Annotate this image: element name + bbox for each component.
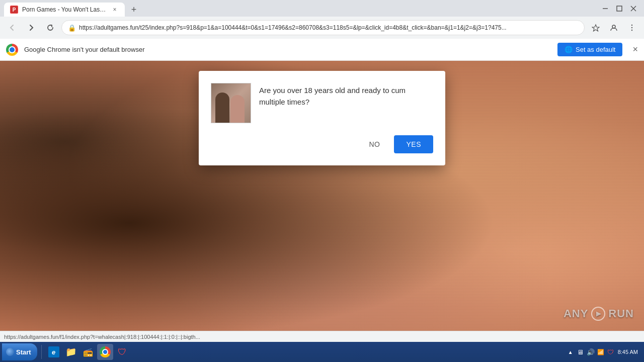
svg-rect-3 [617, 6, 622, 11]
new-tab-button[interactable]: + [127, 3, 141, 17]
folder-icon: 📁 [65, 346, 76, 357]
ie-icon: e [48, 346, 59, 357]
no-button[interactable]: NO [361, 136, 388, 152]
anyrun-watermark: ANY ▶ RUN [564, 307, 634, 321]
bookmark-button[interactable] [588, 20, 604, 36]
tab-area: P Porn Games - You Won't Last 3 Minu... … [4, 0, 593, 17]
taskbar-icons: e 📁 📻 🛡 [46, 344, 130, 360]
title-bar: P Porn Games - You Won't Last 3 Minu... … [0, 0, 644, 17]
system-tray: ▲ 🖥 🔊 📶 🛡 [567, 348, 615, 356]
watermark-run-text: RUN [608, 307, 634, 320]
status-bar: https://adultgames.fun/f1/index.php?t=wh… [0, 331, 644, 342]
secure-lock-icon: 🔒 [68, 24, 76, 32]
close-button[interactable] [627, 2, 640, 15]
browser-frame: P Porn Games - You Won't Last 3 Minu... … [0, 0, 644, 362]
start-label: Start [16, 348, 31, 356]
taskbar-separator [41, 345, 42, 359]
url-text: https://adultgames.fun/t25/index.php?s=9… [79, 24, 578, 31]
dialog-question-text: Are you over 18 years old and ready to c… [259, 83, 433, 108]
tray-avast-icon[interactable]: 🛡 [607, 348, 615, 356]
forward-button[interactable] [23, 20, 39, 36]
profile-button[interactable] [606, 20, 622, 36]
tab-title: Porn Games - You Won't Last 3 Minu... [22, 6, 107, 13]
taskbar-time-display: 8:45 AM [618, 348, 638, 355]
minimize-button[interactable] [599, 2, 612, 15]
maximize-button[interactable] [613, 2, 626, 15]
page-content: Are you over 18 years old and ready to c… [0, 61, 644, 331]
svg-point-9 [631, 27, 632, 28]
svg-point-8 [631, 25, 632, 26]
taskbar-chrome-button[interactable] [97, 344, 113, 360]
taskbar-shield-button[interactable]: 🛡 [114, 344, 130, 360]
nav-right-buttons [588, 20, 640, 36]
info-bar-close-button[interactable]: × [632, 44, 638, 55]
window-controls [599, 2, 640, 15]
set-as-default-button[interactable]: 🌐 Set as default [557, 43, 623, 56]
tray-network-icon[interactable]: 🖥 [577, 348, 585, 356]
start-button[interactable]: Start [2, 343, 37, 360]
svg-marker-6 [592, 25, 599, 31]
svg-text:P: P [13, 7, 16, 13]
dialog-thumbnail [211, 83, 251, 123]
info-bar-message: Google Chrome isn't your default browser [24, 46, 551, 53]
taskbar-folder-button[interactable]: 📁 [63, 344, 79, 360]
dialog-top: Are you over 18 years old and ready to c… [211, 83, 433, 123]
dialog-backdrop: Are you over 18 years old and ready to c… [0, 61, 644, 331]
dialog-buttons: NO YES [211, 131, 433, 153]
taskbar-right: ▲ 🖥 🔊 📶 🛡 8:45 AM [562, 348, 642, 356]
active-tab[interactable]: P Porn Games - You Won't Last 3 Minu... … [4, 3, 125, 17]
status-bar-text: https://adultgames.fun/f1/index.php?t=wh… [4, 334, 200, 340]
address-bar[interactable]: 🔒 https://adultgames.fun/t25/index.php?s… [61, 20, 585, 35]
nav-bar: 🔒 https://adultgames.fun/t25/index.php?s… [0, 17, 644, 39]
start-orb-icon [6, 348, 14, 356]
taskbar-media-button[interactable]: 📻 [80, 344, 96, 360]
tray-volume-icon[interactable]: 🔊 [587, 348, 595, 356]
media-player-icon: 📻 [83, 347, 93, 357]
tab-favicon: P [10, 6, 18, 14]
taskbar: Start e 📁 📻 🛡 [0, 342, 644, 362]
menu-button[interactable] [624, 20, 640, 36]
watermark-play-icon: ▶ [591, 307, 605, 321]
watermark-any-text: ANY [564, 307, 588, 320]
back-button[interactable] [4, 20, 20, 36]
chrome-logo-icon [6, 44, 18, 56]
refresh-button[interactable] [42, 20, 58, 36]
yes-button[interactable]: YES [394, 135, 433, 153]
svg-point-10 [631, 30, 632, 31]
antivirus-icon: 🛡 [118, 347, 127, 357]
age-verification-dialog: Are you over 18 years old and ready to c… [199, 71, 445, 165]
tray-connection-icon[interactable]: 📶 [597, 348, 605, 356]
tray-show-hidden-icon[interactable]: ▲ [567, 348, 575, 356]
tab-close-button[interactable]: × [111, 6, 119, 14]
taskbar-clock[interactable]: 8:45 AM [618, 348, 638, 355]
svg-point-7 [612, 25, 615, 28]
taskbar-ie-button[interactable]: e [46, 344, 62, 360]
set-default-globe-icon: 🌐 [565, 46, 573, 53]
chrome-taskbar-icon [100, 346, 111, 357]
info-bar: Google Chrome isn't your default browser… [0, 39, 644, 61]
